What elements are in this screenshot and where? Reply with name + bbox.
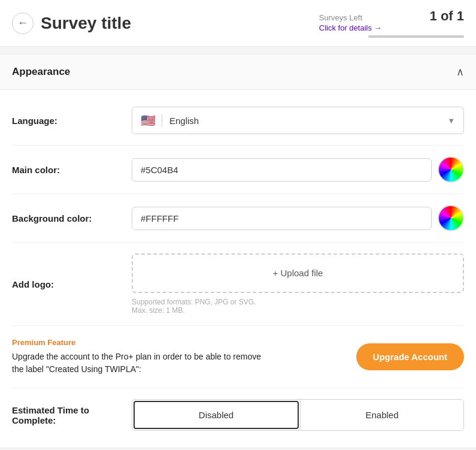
section-title: Appearance xyxy=(12,66,70,78)
premium-desc: Upgrade the account to the Pro+ plan in … xyxy=(12,351,347,376)
upload-hint-line2: Max. size: 1 MB. xyxy=(132,306,464,315)
surveys-left-count: 1 of 1 xyxy=(430,8,464,24)
premium-text-block: Premium Feature Upgrade the account to t… xyxy=(12,338,347,376)
bg-color-row-inner xyxy=(132,205,464,231)
language-label: Language: xyxy=(12,116,132,126)
toggle-enabled-option[interactable]: Enabled xyxy=(300,400,463,430)
bg-color-control xyxy=(132,205,464,231)
upload-hint-line1: Supported formats: PNG, JPG or SVG. xyxy=(132,298,464,306)
estimated-time-row: Estimated Time to Complete: Disabled Ena… xyxy=(12,388,464,442)
main-color-control xyxy=(132,156,464,183)
appearance-section: Appearance ∧ Language: 🇺🇸 English ▼ Main… xyxy=(0,54,476,448)
main-color-label: Main color: xyxy=(12,165,132,175)
toggle-disabled-option[interactable]: Disabled xyxy=(134,401,299,429)
add-logo-control: + Upload file Supported formats: PNG, JP… xyxy=(132,253,464,315)
language-control: 🇺🇸 English ▼ xyxy=(132,107,464,134)
premium-row: Premium Feature Upgrade the account to t… xyxy=(12,326,464,388)
surveys-left-label: Surveys Left xyxy=(319,13,382,22)
section-header[interactable]: Appearance ∧ xyxy=(0,55,476,90)
language-row: Language: 🇺🇸 English ▼ xyxy=(12,96,464,146)
back-button[interactable]: ← xyxy=(12,13,34,34)
header-right: Surveys Left Click for details → 1 of 1 xyxy=(319,8,464,38)
bg-color-input[interactable] xyxy=(132,207,432,230)
main-color-row-inner xyxy=(132,156,464,183)
estimated-time-toggle: Disabled Enabled xyxy=(132,399,464,431)
back-icon: ← xyxy=(17,17,28,29)
dropdown-arrow-icon: ▼ xyxy=(447,116,455,125)
survey-title: Survey title xyxy=(41,14,131,33)
flag-icon: 🇺🇸 xyxy=(141,113,156,128)
add-logo-row: Add logo: + Upload file Supported format… xyxy=(12,243,464,326)
lang-divider xyxy=(162,114,162,127)
upload-hint: Supported formats: PNG, JPG or SVG. Max.… xyxy=(132,298,464,315)
progress-bar-fill xyxy=(368,35,464,38)
bg-color-row: Background color: xyxy=(12,194,464,243)
chevron-up-icon: ∧ xyxy=(456,65,464,78)
language-select[interactable]: 🇺🇸 English ▼ xyxy=(132,107,464,134)
main-color-row: Main color: xyxy=(12,146,464,194)
upload-text: + Upload file xyxy=(273,268,323,278)
main-color-input[interactable] xyxy=(132,158,432,182)
upgrade-account-button[interactable]: Upgrade Account xyxy=(356,343,464,370)
upload-area[interactable]: + Upload file xyxy=(132,253,464,293)
add-logo-label: Add logo: xyxy=(12,279,132,289)
surveys-left-link[interactable]: Click for details → xyxy=(319,23,382,32)
estimated-time-label: Estimated Time to Complete: xyxy=(12,405,132,425)
bg-color-label: Background color: xyxy=(12,213,132,224)
bg-color-picker-button[interactable] xyxy=(438,205,464,231)
header: ← Survey title Surveys Left Click for de… xyxy=(0,0,476,47)
main-color-picker-button[interactable] xyxy=(438,156,464,183)
form-content: Language: 🇺🇸 English ▼ Main color: xyxy=(0,90,476,448)
progress-bar xyxy=(368,35,464,38)
premium-label: Premium Feature xyxy=(12,338,347,347)
header-left: ← Survey title xyxy=(12,13,131,34)
language-value: English xyxy=(169,116,447,126)
